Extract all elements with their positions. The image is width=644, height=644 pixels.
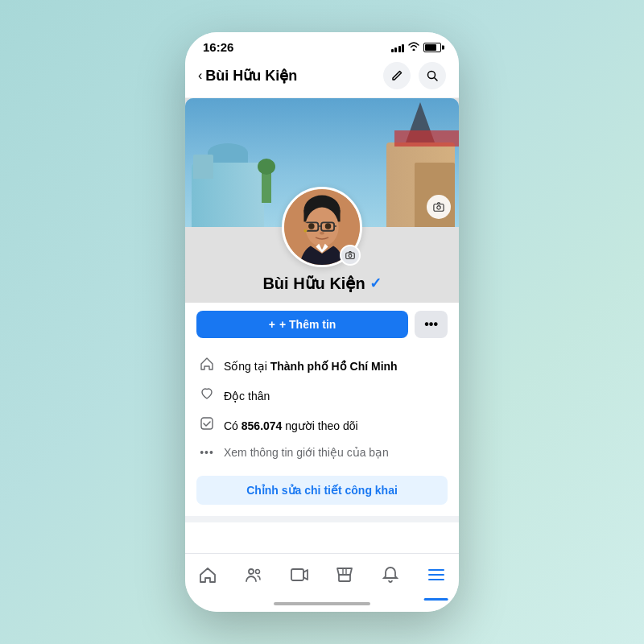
relationship-info: Độc thân [198, 381, 446, 411]
svg-point-21 [249, 569, 254, 574]
cover-section: 👤👤👤 [185, 98, 459, 303]
bottom-nav [185, 553, 459, 596]
svg-point-14 [325, 223, 332, 229]
nav-actions [383, 62, 446, 89]
svg-line-1 [435, 78, 438, 81]
phone-frame: 16:26 ‹ Bùi Hữu Kiện [185, 32, 459, 612]
nav-item-friends[interactable] [236, 562, 271, 592]
svg-point-17 [303, 229, 307, 233]
svg-point-22 [255, 570, 259, 574]
svg-rect-18 [346, 253, 355, 259]
action-buttons: + + Thêm tin ••• [185, 303, 459, 346]
nav-item-home[interactable] [190, 562, 225, 592]
svg-rect-23 [291, 569, 303, 580]
menu-nav-icon [427, 565, 446, 589]
followers-info: Có 856.074 người theo dõi [198, 411, 446, 440]
avatar-wrapper [282, 187, 362, 267]
friends-nav-icon [244, 565, 263, 589]
signal-icon [391, 43, 405, 52]
nav-item-menu[interactable] [419, 562, 454, 592]
profile-name: Bùi Hữu Kiện ✓ [262, 274, 381, 293]
verified-badge: ✓ [369, 275, 382, 292]
video-nav-icon [290, 565, 309, 589]
followers-text: Có 856.074 người theo dõi [224, 419, 358, 432]
intro-info: ••• Xem thông tin giới thiệu của bạn [198, 440, 446, 464]
home-nav-icon [198, 565, 217, 589]
check-icon [198, 416, 216, 435]
wifi-icon [408, 42, 419, 53]
status-time: 16:26 [203, 40, 233, 54]
info-section: Sống tại Thành phố Hồ Chí Minh Độc thân [185, 346, 459, 469]
page-title: Bùi Hữu Kiện [205, 67, 383, 85]
nav-item-notifications[interactable] [373, 562, 408, 592]
intro-text: Xem thông tin giới thiệu của bạn [224, 446, 389, 459]
plus-icon: + [269, 318, 275, 331]
more-button[interactable]: ••• [415, 311, 448, 338]
svg-rect-20 [201, 418, 213, 429]
relationship-text: Độc thân [224, 390, 270, 402]
nav-item-video[interactable] [282, 562, 317, 592]
avatar-camera-button[interactable] [340, 245, 361, 266]
search-button[interactable] [419, 62, 446, 89]
content-scroll: 👤👤👤 [185, 98, 459, 553]
svg-point-13 [308, 223, 315, 229]
nav-item-marketplace[interactable] [327, 562, 362, 592]
svg-point-15 [320, 232, 324, 235]
status-bar: 16:26 [185, 32, 459, 57]
nav-header: ‹ Bùi Hữu Kiện [185, 57, 459, 98]
avatar-section: Bùi Hữu Kiện ✓ [185, 187, 459, 303]
home-bar [274, 602, 370, 605]
add-info-button[interactable]: + + Thêm tin [196, 311, 408, 338]
location-text: Sống tại Thành phố Hồ Chí Minh [224, 360, 398, 373]
heart-icon [198, 386, 216, 405]
edit-public-button[interactable]: Chỉnh sửa chi tiết công khai [196, 476, 448, 505]
dots-icon: ••• [198, 446, 216, 459]
home-indicator [185, 596, 459, 612]
edit-button[interactable] [383, 62, 411, 89]
marketplace-nav-icon [335, 565, 354, 589]
bell-nav-icon [381, 565, 400, 589]
svg-point-19 [349, 254, 352, 258]
battery-icon [423, 43, 441, 52]
status-icons [391, 42, 442, 53]
back-button[interactable]: ‹ [198, 68, 202, 83]
divider [185, 516, 459, 522]
location-info: Sống tại Thành phố Hồ Chí Minh [198, 351, 446, 381]
home-icon [198, 357, 216, 375]
